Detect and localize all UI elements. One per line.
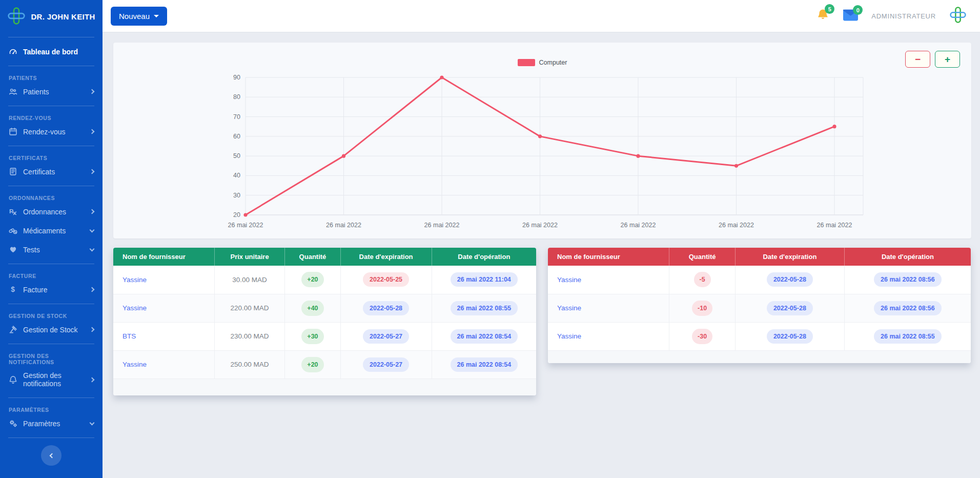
nouveau-button[interactable]: Nouveau xyxy=(111,7,167,26)
table-row: Yassine 30.00 MAD +20 2022-05-25 26 mai … xyxy=(113,266,536,294)
supplier-link[interactable]: BTS xyxy=(122,332,136,340)
supplier-link[interactable]: Yassine xyxy=(557,332,581,340)
topbar: Nouveau 5 0 ADMINISTRATEUR xyxy=(103,0,980,32)
sidebar-item-label: Rendez-vous xyxy=(23,128,85,136)
sidebar: DR. JOHN KEITH Tableau de bordPATIENTSPa… xyxy=(0,0,103,478)
supplier-link[interactable]: Yassine xyxy=(122,276,147,284)
envelope-icon xyxy=(843,15,858,23)
sidebar-nav: Tableau de bordPATIENTSPatientsRENDEZ-VO… xyxy=(0,42,103,438)
sidebar-divider xyxy=(8,186,94,186)
supplier-link[interactable]: Yassine xyxy=(557,276,581,284)
sidebar-divider xyxy=(8,397,94,398)
svg-text:26 mai 2022: 26 mai 2022 xyxy=(228,222,263,229)
column-header: Date d'opération xyxy=(844,248,971,266)
sidebar-item-label: Gestion des notifications xyxy=(23,371,85,388)
sidebar-section-facture: FACTURE xyxy=(0,269,103,280)
sidebar-divider xyxy=(8,66,94,66)
sidebar-section-patients: PATIENTS xyxy=(0,71,103,82)
chevron-right-icon xyxy=(90,129,95,134)
zoom-out-button[interactable]: − xyxy=(905,51,930,68)
supplier-link[interactable]: Yassine xyxy=(122,361,147,368)
table-row: BTS 230.00 MAD +30 2022-05-27 26 mai 202… xyxy=(113,322,536,350)
sidebar-section-gestion-de-stock: GESTION DE STOCK xyxy=(0,309,103,320)
chevron-down-icon xyxy=(90,420,95,425)
notifications-button[interactable]: 5 xyxy=(816,8,830,24)
chart-legend: Computer xyxy=(113,58,971,67)
table-row: Yassine 250.00 MAD +20 2022-05-27 26 mai… xyxy=(113,350,536,379)
sidebar-collapse-button[interactable] xyxy=(41,445,62,466)
chevron-down-icon xyxy=(90,246,95,251)
table-header-row: Nom de fournisseur Prix unitaire Quantit… xyxy=(113,248,536,266)
stock-in-table: Nom de fournisseur Prix unitaire Quantit… xyxy=(113,248,536,379)
column-header: Date d'expiration xyxy=(340,248,432,266)
sidebar-section-gestion-des-notifications: GESTION DES NOTIFICATIONS xyxy=(0,349,103,366)
zoom-in-button[interactable]: + xyxy=(935,51,960,68)
stock-in-table-card: Nom de fournisseur Prix unitaire Quantit… xyxy=(113,248,536,395)
sidebar-item-tableau-de-bord[interactable]: Tableau de bord xyxy=(0,42,103,61)
quantity-badge: +20 xyxy=(301,357,323,372)
operation-date-badge: 26 mai 2022 08:55 xyxy=(451,301,518,315)
sidebar-item-gestion-de-stock[interactable]: Gestion de Stock xyxy=(0,320,103,339)
svg-text:60: 60 xyxy=(233,133,240,140)
price-cell: 30.00 MAD xyxy=(214,266,285,294)
svg-text:R: R xyxy=(9,208,14,214)
sidebar-item-rendez-vous[interactable]: Rendez-vous xyxy=(0,122,103,141)
heart-icon xyxy=(9,245,17,254)
quantity-badge: -5 xyxy=(694,272,711,287)
sidebar-item-label: Patients xyxy=(23,88,85,96)
sidebar-item-tests[interactable]: Tests xyxy=(0,240,103,259)
table-header-row: Nom de fournisseur Quantité Date d'expir… xyxy=(548,248,971,266)
dollar-icon: $ xyxy=(9,285,17,294)
expiration-date-badge: 2022-05-27 xyxy=(363,357,409,372)
chevron-right-icon xyxy=(90,327,95,332)
clinic-logo-icon xyxy=(7,7,26,27)
svg-text:70: 70 xyxy=(233,113,240,121)
sidebar-item-label: Médicaments xyxy=(23,227,85,235)
sidebar-item-gestion-des-notifications[interactable]: Gestion des notifications xyxy=(0,366,103,393)
sidebar-item-parametres[interactable]: Paramètres xyxy=(0,414,103,433)
expiration-date-badge: 2022-05-28 xyxy=(767,329,813,344)
sidebar-item-facture[interactable]: $Facture xyxy=(0,280,103,299)
price-cell: 230.00 MAD xyxy=(214,322,285,350)
sidebar-item-label: Gestion de Stock xyxy=(23,326,85,334)
column-header: Nom de fournisseur xyxy=(548,248,669,266)
line-chart: 203040506070809026 mai 202226 mai 202226… xyxy=(221,68,864,231)
sidebar-item-ordonnances[interactable]: ROrdonnances xyxy=(0,202,103,221)
svg-text:26 mai 2022: 26 mai 2022 xyxy=(620,222,656,229)
chart-card: − + Computer 203040506070809026 mai 2022… xyxy=(113,43,971,238)
quantity-badge: -30 xyxy=(692,329,712,344)
sidebar-item-certificats[interactable]: Certificats xyxy=(0,162,103,181)
column-header: Quantité xyxy=(285,248,340,266)
sidebar-item-patients[interactable]: Patients xyxy=(0,82,103,101)
table-row: Yassine -5 2022-05-28 26 mai 2022 08:56 xyxy=(548,266,971,294)
sidebar-divider xyxy=(8,344,94,344)
supplier-link[interactable]: Yassine xyxy=(557,304,581,312)
gavel-icon xyxy=(9,325,17,334)
expiration-date-badge: 2022-05-28 xyxy=(363,301,409,315)
messages-button[interactable]: 0 xyxy=(843,9,858,23)
chevron-right-icon xyxy=(90,209,95,214)
sidebar-header: DR. JOHN KEITH xyxy=(0,0,103,32)
legend-swatch xyxy=(518,59,535,66)
svg-text:80: 80 xyxy=(233,93,240,101)
sidebar-item-label: Certificats xyxy=(23,168,85,176)
chevron-left-icon xyxy=(50,453,55,458)
sidebar-item-label: Ordonnances xyxy=(23,208,85,216)
chevron-down-icon xyxy=(90,227,95,232)
sidebar-item-label: Facture xyxy=(23,286,85,294)
sidebar-section-ordonnances: ORDONNANCES xyxy=(0,191,103,202)
svg-text:26 mai 2022: 26 mai 2022 xyxy=(816,222,852,229)
svg-text:26 mai 2022: 26 mai 2022 xyxy=(326,222,361,229)
operation-date-badge: 26 mai 2022 08:54 xyxy=(451,329,518,344)
chevron-right-icon xyxy=(90,89,95,94)
messages-badge: 0 xyxy=(853,5,863,15)
gauge-icon xyxy=(9,47,17,56)
users-icon xyxy=(9,87,17,96)
nouveau-button-label: Nouveau xyxy=(119,12,150,21)
sidebar-item-medicaments[interactable]: Médicaments xyxy=(0,221,103,240)
sidebar-item-label: Paramètres xyxy=(23,420,85,428)
svg-text:30: 30 xyxy=(233,192,240,199)
sidebar-section-certificats: CERTIFICATS xyxy=(0,151,103,162)
column-header: Prix unitaire xyxy=(214,248,285,266)
supplier-link[interactable]: Yassine xyxy=(122,304,147,312)
